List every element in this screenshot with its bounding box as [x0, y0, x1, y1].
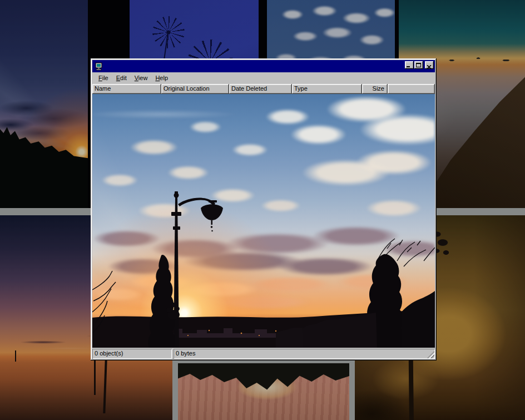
- column-header-type[interactable]: Type: [292, 84, 362, 94]
- file-list-area[interactable]: [92, 94, 435, 348]
- menu-file[interactable]: File: [95, 73, 112, 83]
- recycle-bin-window: File Edit View Help Name Original Locati…: [91, 58, 437, 360]
- computer-icon[interactable]: [95, 62, 103, 71]
- column-header-date-deleted[interactable]: Date Deleted: [229, 84, 292, 94]
- status-object-count: 0 object(s): [92, 349, 172, 359]
- menu-edit[interactable]: Edit: [112, 73, 131, 83]
- column-header-size[interactable]: Size: [362, 84, 388, 94]
- menu-help[interactable]: Help: [151, 73, 172, 83]
- maximize-button[interactable]: [414, 61, 423, 69]
- minimize-icon: [407, 66, 410, 67]
- minimize-button[interactable]: [405, 61, 414, 69]
- column-header-filler: [388, 84, 435, 94]
- status-total-size: 0 bytes: [174, 349, 435, 359]
- column-header-original-location[interactable]: Original Location: [161, 84, 229, 94]
- menu-view[interactable]: View: [131, 73, 152, 83]
- menu-bar: File Edit View Help: [92, 72, 435, 84]
- column-header-row: Name Original Location Date Deleted Type…: [92, 84, 435, 94]
- title-bar[interactable]: [92, 60, 435, 72]
- close-button[interactable]: [425, 61, 434, 69]
- maximize-icon: [416, 63, 421, 67]
- status-bar: 0 object(s) 0 bytes: [92, 348, 435, 359]
- close-icon: [427, 63, 432, 71]
- desktop: File Edit View Help Name Original Locati…: [0, 0, 525, 420]
- window-controls: [404, 61, 434, 71]
- photo-silhouettes: [92, 94, 435, 348]
- column-header-name[interactable]: Name: [92, 84, 161, 94]
